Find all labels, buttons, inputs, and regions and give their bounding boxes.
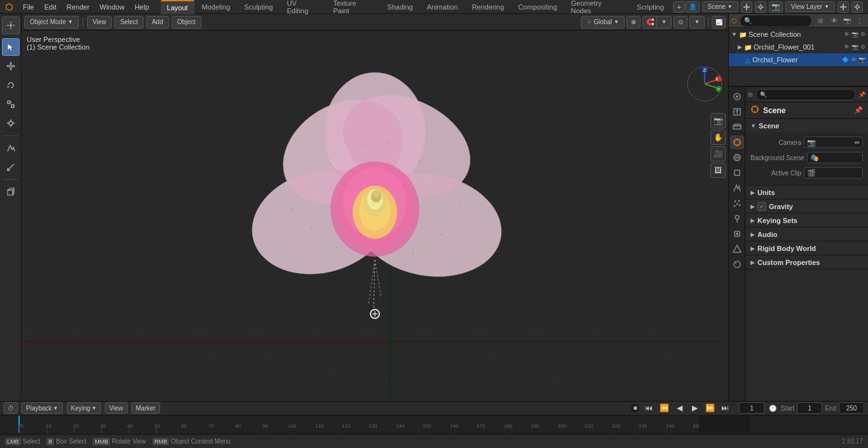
scene-section-toggle[interactable]: ▼ Scene — [745, 119, 868, 133]
view-layer-selector[interactable]: View Layer ▼ — [785, 1, 835, 12]
hand-tool-icon[interactable]: ✋ — [710, 130, 726, 145]
background-scene-field[interactable]: 🎭 — [807, 152, 863, 163]
prop-tab-modifier[interactable] — [730, 181, 744, 195]
scene-add-btn[interactable] — [741, 1, 752, 13]
outliner-render-header[interactable]: 📷 — [841, 15, 853, 27]
proportional-edit-btn[interactable]: ⊙ — [674, 16, 688, 29]
keying-btn[interactable]: Keying ▼ — [67, 402, 102, 414]
outliner-render-icon-2[interactable]: 📷 — [851, 44, 858, 50]
props-search-box[interactable]: 🔍 — [756, 89, 856, 100]
prop-tab-constraints[interactable] — [730, 227, 744, 241]
menu-render[interactable]: Render — [62, 0, 95, 14]
marker-btn[interactable]: Marker — [132, 402, 160, 414]
tab-compositing[interactable]: Compositing — [512, 0, 563, 14]
object-menu-btn[interactable]: Object — [172, 16, 201, 29]
start-frame-input[interactable] — [797, 402, 822, 414]
prop-tab-material[interactable] — [730, 257, 744, 271]
outliner-extra-icon-1[interactable]: ⚙ — [860, 31, 865, 37]
transform-tool[interactable] — [2, 17, 20, 34]
view-menu-btn[interactable]: View — [87, 16, 112, 29]
prop-tab-viewlayer[interactable] — [730, 120, 744, 134]
image-icon[interactable]: 🖼 — [710, 163, 726, 178]
scene-pin-btn[interactable]: 📌 — [854, 106, 863, 114]
prop-tab-particles[interactable] — [730, 196, 744, 210]
outliner-eye-icon-2[interactable]: 👁 — [844, 44, 850, 50]
outliner-filter-btn[interactable]: ⊞ — [815, 15, 826, 27]
annotate-tool[interactable] — [2, 139, 20, 157]
playback-btn[interactable]: Playback ▼ — [22, 402, 63, 414]
outliner-scene-collection-item[interactable]: ▼ 📁 Scene Collection 👁 📷 ⚙ — [729, 28, 868, 41]
tab-uv-editing[interactable]: UV Editing — [280, 0, 325, 14]
outliner-type-icon[interactable]: ⬡ — [731, 17, 737, 24]
move-tool[interactable] — [2, 57, 20, 75]
outliner-visibility-header[interactable]: 👁 — [829, 15, 840, 27]
snap-options[interactable]: ▼ — [657, 17, 671, 28]
proportional-dropdown[interactable]: ▼ — [690, 17, 704, 28]
view-layer-settings-btn[interactable] — [851, 1, 863, 13]
navigation-gizmo[interactable]: X Y Z — [686, 65, 723, 102]
outliner-extra-icon-2[interactable]: ⚙ — [860, 44, 865, 50]
cursor-tool[interactable] — [2, 38, 20, 56]
camera-icon-btn[interactable]: 📷 — [769, 1, 783, 13]
current-frame-input[interactable] — [739, 402, 764, 414]
menu-edit[interactable]: Edit — [39, 0, 62, 14]
menu-file[interactable]: File — [18, 0, 39, 14]
keying-sets-section[interactable]: ▶ Keying Sets — [745, 214, 868, 227]
scene-settings-btn[interactable] — [755, 1, 766, 13]
gravity-checkbox[interactable]: ✓ — [757, 202, 766, 211]
menu-help[interactable]: Help — [130, 0, 154, 14]
prop-tab-object[interactable] — [730, 166, 744, 180]
prop-tab-render[interactable] — [730, 90, 744, 104]
modifier-icon[interactable]: 🔷 — [842, 57, 849, 63]
transform-space-btn[interactable]: ⊹ Global ▼ — [581, 16, 625, 29]
user-icon-btn[interactable]: 👤 — [686, 1, 700, 13]
scene-selector[interactable]: Scene ▼ — [702, 1, 738, 12]
object-mode-btn[interactable]: Object Mode ▼ — [24, 16, 79, 29]
camera-field[interactable]: 📷 ✏ — [804, 137, 863, 148]
add-workspace-btn[interactable]: + — [673, 1, 686, 13]
units-section[interactable]: ▶ Units — [745, 186, 868, 200]
pivot-point-btn[interactable]: ⊕ — [627, 16, 641, 29]
add-menu-btn[interactable]: Add — [146, 16, 169, 29]
view-layer-add-btn[interactable] — [837, 1, 849, 13]
tab-geometry-nodes[interactable]: Geometry Nodes — [565, 0, 630, 14]
snap-toggle[interactable]: 🧲 — [643, 17, 657, 28]
outliner-eye-icon-3[interactable]: 👁 — [851, 57, 857, 63]
outliner-render-icon-3[interactable]: 📷 — [858, 57, 865, 63]
menu-window[interactable]: Window — [95, 0, 130, 14]
prop-tab-output[interactable] — [730, 105, 744, 119]
camera-view-icon[interactable]: 📷 — [710, 113, 726, 128]
camera-icon-2[interactable]: 🎥 — [710, 146, 726, 161]
outliner-render-icon-1[interactable]: 📷 — [851, 31, 858, 37]
camera-field-edit[interactable]: ✏ — [855, 139, 860, 146]
tab-modeling[interactable]: Modeling — [196, 0, 237, 14]
prop-tab-world[interactable] — [730, 151, 744, 165]
tab-texture-paint[interactable]: Texture Paint — [327, 0, 379, 14]
tab-scripting[interactable]: Scripting — [630, 0, 670, 14]
tab-rendering[interactable]: Rendering — [466, 0, 511, 14]
rigid-body-section[interactable]: ▶ Rigid Body World — [745, 241, 868, 255]
rotate-tool[interactable] — [2, 76, 20, 94]
outliner-eye-icon-1[interactable]: 👁 — [844, 31, 850, 37]
tab-animation[interactable]: Animation — [421, 0, 465, 14]
outliner-search[interactable]: 🔍 — [740, 15, 812, 27]
graph-icon[interactable]: 📈 — [712, 16, 726, 29]
props-filter-icon[interactable]: ⊞ — [748, 92, 753, 98]
timeline-type-btn[interactable]: ⏱ — [4, 402, 18, 414]
props-search-input[interactable] — [769, 89, 851, 100]
tab-layout[interactable]: Layout — [161, 0, 194, 14]
view-btn[interactable]: View — [105, 402, 128, 414]
measure-tool[interactable] — [2, 158, 20, 176]
custom-props-section[interactable]: ▶ Custom Properties — [745, 255, 868, 269]
audio-section[interactable]: ▶ Audio — [745, 227, 868, 241]
outliner-more-header[interactable]: ⋮ — [854, 15, 865, 27]
select-menu-btn[interactable]: Select — [114, 16, 144, 29]
timeline-ruler[interactable]: 0 10 20 30 40 50 60 70 80 90 100 110 120… — [0, 416, 868, 434]
outliner-orchid-001-item[interactable]: ▶ 📁 Orchid_Flower_001 👁 📷 ⚙ — [729, 41, 868, 53]
transform-combined-tool[interactable] — [2, 114, 20, 132]
play-reverse-btn[interactable]: ◀ — [673, 402, 686, 414]
jump-start-btn[interactable]: ⏮ — [642, 402, 655, 414]
prop-tab-data[interactable] — [730, 242, 744, 256]
add-cube-tool[interactable] — [2, 183, 20, 201]
next-frame-btn[interactable]: ⏩ — [703, 402, 716, 414]
